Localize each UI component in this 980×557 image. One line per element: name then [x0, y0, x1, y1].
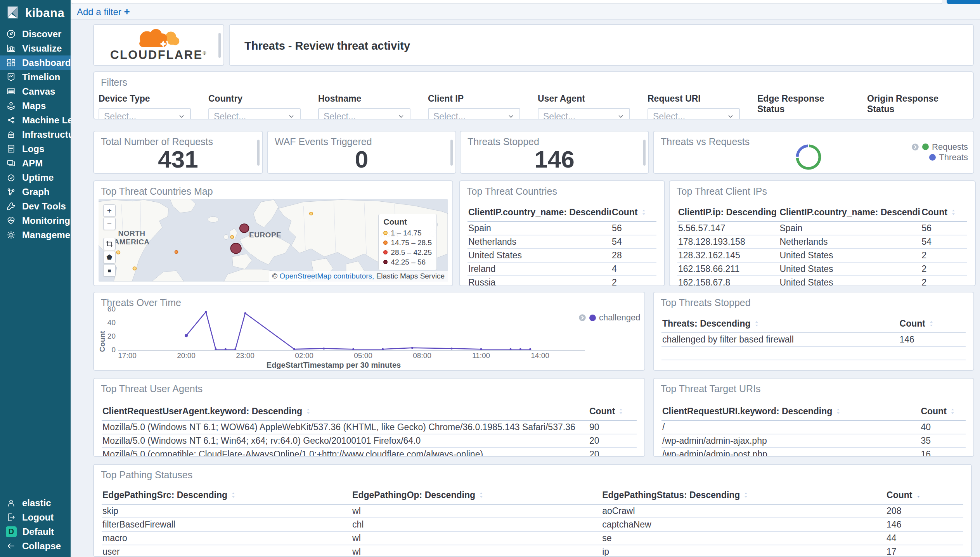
column-header-count[interactable]: Count [921, 206, 967, 221]
table-row[interactable]: 162.158.66.211United States2 [677, 262, 967, 276]
sidebar-item-canvas[interactable]: Canvas [0, 84, 71, 99]
data-point[interactable] [234, 348, 236, 350]
panel-scrollbar[interactable] [218, 33, 221, 58]
data-point[interactable] [529, 348, 531, 350]
data-point[interactable] [323, 348, 325, 349]
table-row[interactable]: filterBasedFirewallchlcaptchaNew146 [102, 518, 963, 531]
hostname-select[interactable]: Select... [318, 108, 410, 119]
data-point[interactable] [215, 348, 216, 350]
sidebar-item-dashboard[interactable]: Dashboard [0, 55, 71, 70]
threats-vs-requests-donut[interactable] [795, 143, 822, 171]
table-row[interactable]: Mozilla/5.0 (Windows NT 6.1; WOW64) Appl… [102, 420, 637, 434]
sidebar-item-collapse[interactable]: Collapse [0, 539, 71, 553]
client-ip-select[interactable]: Select... [428, 108, 520, 119]
sidebar-item-maps[interactable]: Maps [0, 99, 71, 113]
add-filter-link[interactable]: Add a filter + [77, 6, 130, 18]
legend-item-threats[interactable]: Threats [911, 152, 968, 163]
kibana-brand[interactable]: kibana [0, 0, 71, 25]
panel-scrollbar[interactable] [257, 140, 260, 165]
edge-response-status-select[interactable]: Select... [757, 119, 850, 119]
map-dot-spain-bubble[interactable] [230, 243, 241, 253]
map-draw-bounds-button[interactable] [103, 238, 116, 250]
device-type-select[interactable]: Select... [99, 108, 191, 119]
column-header-edgepathingop-descending[interactable]: EdgePathingOp: Descending [351, 488, 601, 504]
sidebar-item-monitoring[interactable]: Monitoring [0, 213, 71, 228]
map-dot-uk-bubble[interactable] [230, 235, 234, 239]
column-header-count[interactable]: Count [886, 488, 963, 504]
data-point[interactable] [519, 348, 521, 350]
table-row[interactable]: Ireland4 [467, 262, 656, 276]
column-header-count[interactable]: Count [611, 206, 656, 221]
table-row[interactable]: /wp-admin/admin-ajax.php35 [661, 434, 966, 448]
sidebar-item-discover[interactable]: Discover [0, 27, 71, 41]
map-dot-netherlands-bubble[interactable] [240, 224, 249, 233]
table-row[interactable]: Netherlands54 [467, 235, 656, 249]
sidebar-item-visualize[interactable]: Visualize [0, 41, 71, 55]
map-draw-rectangle-button[interactable]: ■ [103, 264, 116, 277]
request-uri-select[interactable]: Select... [648, 108, 740, 119]
openstreetmap-link[interactable]: OpenStreetMap contributors, [279, 272, 374, 280]
legend-expand-icon[interactable] [911, 143, 919, 151]
origin-response-status-select[interactable]: Select... [867, 119, 959, 119]
data-point[interactable] [382, 348, 384, 350]
map-dot-us-south-bubble[interactable] [133, 267, 137, 270]
panel-scrollbar[interactable] [450, 140, 453, 165]
table-row[interactable]: 178.128.193.158Netherlands54 [677, 235, 967, 249]
legend-expand-icon[interactable] [578, 314, 586, 322]
table-row[interactable]: challenged by filter based firewall146 [661, 333, 966, 346]
table-row[interactable]: Mozilla/5.0 (compatible; CloudFlare-Alwa… [102, 448, 637, 457]
sidebar-item-elastic[interactable]: elastic [0, 496, 71, 510]
threats-series-line[interactable] [186, 312, 530, 349]
data-point[interactable] [411, 347, 413, 349]
sidebar-item-dev-tools[interactable]: Dev Tools [0, 199, 71, 213]
table-row[interactable]: userwlip17 [102, 545, 963, 557]
sidebar-item-infrastructure[interactable]: Infrastructure [0, 127, 71, 142]
sidebar-item-graph[interactable]: Graph [0, 185, 71, 199]
data-point[interactable] [225, 348, 227, 350]
sidebar-item-machine-le[interactable]: Machine Le... [0, 113, 71, 127]
data-point[interactable] [185, 334, 188, 337]
legend-label[interactable]: Threats [939, 152, 968, 163]
table-row[interactable]: 5.56.57.147Spain56 [677, 221, 967, 235]
legend-item-requests[interactable]: Requests [911, 142, 968, 152]
data-point[interactable] [509, 348, 511, 350]
column-header-count[interactable]: Count [899, 317, 966, 333]
table-row[interactable]: skipwlaoCrawl208 [102, 504, 963, 518]
user-agent-select[interactable]: Select... [538, 108, 630, 119]
sidebar-item-apm[interactable]: APM [0, 156, 71, 170]
sidebar-item-uptime[interactable]: Uptime [0, 170, 71, 185]
panel-scrollbar[interactable] [643, 140, 646, 165]
country-select[interactable]: Select... [208, 108, 301, 119]
column-header-count[interactable]: Count [589, 405, 637, 420]
sidebar-item-management[interactable]: Management [0, 228, 71, 242]
data-point[interactable] [244, 312, 246, 314]
sidebar-item-logout[interactable]: Logout [0, 510, 71, 524]
sidebar-item-timelion[interactable]: Timelion [0, 70, 71, 84]
threats-over-time-chart[interactable]: 17:0020:0023:0002:0005:0008:0011:0014:00… [99, 306, 641, 370]
column-header-clientrequestuseragent-keyword-descending[interactable]: ClientRequestUserAgent.keyword: Descendi… [102, 405, 589, 420]
data-point[interactable] [480, 348, 482, 350]
table-row[interactable]: Spain56 [467, 221, 656, 235]
column-header-edgepathingsrc-descending[interactable]: EdgePathingSrc: Descending [102, 488, 351, 504]
map-dot-us-west-bubble[interactable] [116, 251, 120, 254]
table-row[interactable]: 162.158.67.8United States2 [677, 276, 967, 286]
data-point[interactable] [352, 348, 354, 350]
column-header-clientip-ip-descending[interactable]: ClientIP.ip: Descending [677, 206, 779, 221]
table-row[interactable]: Mozilla/5.0 (Windows NT 6.1; Win64; x64;… [102, 434, 637, 448]
table-row[interactable]: 128.32.162.145United States2 [677, 249, 967, 262]
column-header-count[interactable]: Count [920, 405, 966, 420]
world-map[interactable]: NORTH AMERICA EUROPE ASIA + − ⬟ ■ Count … [99, 199, 448, 282]
data-point[interactable] [293, 348, 295, 350]
table-row[interactable]: macrowlse44 [102, 531, 963, 545]
legend-label[interactable]: Requests [932, 142, 968, 152]
map-draw-polygon-button[interactable]: ⬟ [103, 251, 116, 263]
column-header-threats-descending[interactable]: Threats: Descending [661, 317, 899, 333]
table-row[interactable]: United States28 [467, 249, 656, 262]
map-dot-russia-bubble[interactable] [310, 212, 313, 215]
map-dot-us-east-bubble[interactable] [175, 251, 178, 254]
update-button-fragment[interactable] [947, 0, 980, 4]
series-label[interactable]: challenged b... [599, 313, 641, 323]
sidebar-item-default[interactable]: DDefault [0, 524, 71, 539]
table-row[interactable]: /wp-admin/admin-post.php16 [661, 448, 966, 457]
table-row[interactable]: /40 [661, 420, 966, 434]
